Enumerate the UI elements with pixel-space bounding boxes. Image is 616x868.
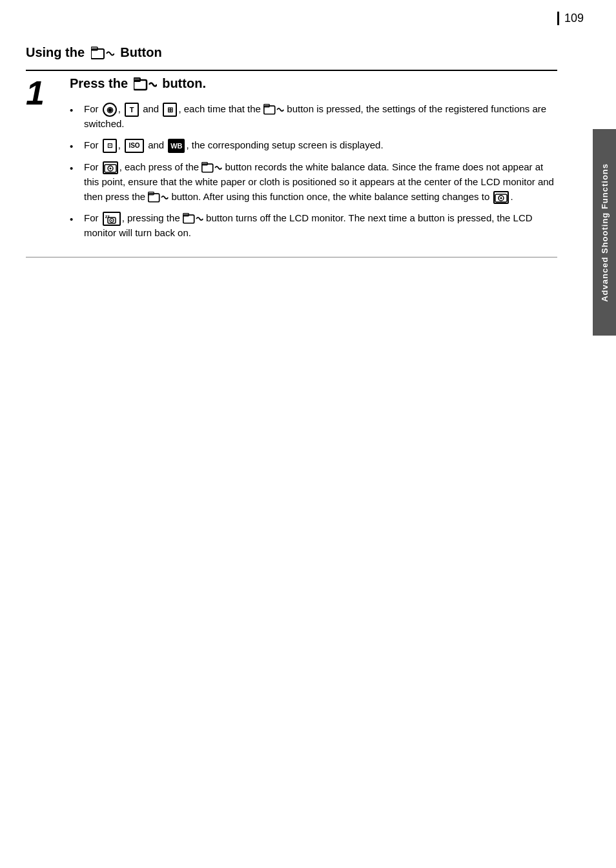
svg-point-8 [109,168,111,170]
list-item: • For zz , pressing the [70,211,557,241]
icon-dot: ◉ [103,103,117,117]
step-content: Press the button. • For [65,71,557,247]
list-item: • For , each press of the [70,160,557,205]
bullet-content-3: For , each press of the [84,160,557,205]
side-tab: Advanced Shooting Functions [593,129,616,336]
bullet-marker: • [70,212,81,227]
step-title: Press the button. [70,76,557,93]
icon-wb: WB [168,139,185,153]
step-title-text: Press the [70,77,128,91]
bullet-content-2: For ⊡, ISO and WB, the corresponding set… [84,138,557,153]
bullet-content-1: For ◉, T and ⊞, each time that the [84,102,557,132]
svg-point-15 [500,197,502,199]
step-number: 1 [26,76,65,110]
list-item: • For ⊡, ISO and WB, the corresponding s… [70,138,557,154]
icon-sleep: zz [103,212,121,226]
list-item: • For ◉, T and ⊞, each time that the [70,102,557,132]
step-title-suffix: button. [162,77,206,91]
section-heading: Using the Button [26,45,557,62]
step-1: 1 Press the button. • [26,71,557,257]
bullet-marker: • [70,139,81,154]
heading-func-icon [91,45,114,62]
svg-point-18 [111,219,112,221]
icon-scene: ⊡ [103,139,117,153]
icon-wb-cam-2 [493,191,509,204]
icon-wb-cam [103,161,118,174]
bullet-marker: • [70,103,81,118]
icon-grid: ⊞ [163,103,177,117]
bullet-marker: • [70,161,81,176]
main-content: Using the Button 1 Press the [0,0,593,277]
bullet-content-4: For zz , pressing the [84,211,557,241]
side-tab-label: Advanced Shooting Functions [600,163,610,302]
page-container: Advanced Shooting Functions 109 Using th… [0,0,616,868]
step-number-col: 1 [26,71,65,247]
bullet-list: • For ◉, T and ⊞, each time that the [70,102,557,240]
icon-iso: ISO [125,139,144,153]
icon-T: T [125,103,139,117]
heading-suffix: Button [120,45,161,59]
heading-text: Using the [26,45,85,59]
page-number: 109 [557,12,584,25]
